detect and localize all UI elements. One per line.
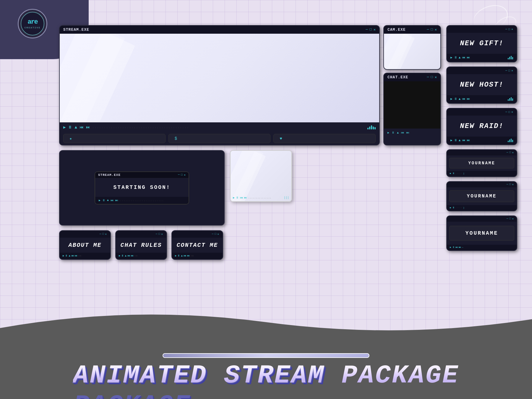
am-play[interactable]: ▶ xyxy=(63,254,64,257)
contact-me-panel[interactable]: ─ □ ✕ CONTACT ME ▶ ⏸ ▲ ⏮ ⏭ ||| xyxy=(171,230,223,260)
cm-pause[interactable]: ⏸ xyxy=(177,254,180,257)
np2-maximize[interactable]: □ xyxy=(509,183,511,186)
ng-next[interactable]: ⏭ xyxy=(467,56,470,59)
chat-minimize[interactable]: ─ xyxy=(427,75,429,80)
nr-minimize[interactable]: ─ xyxy=(505,111,507,114)
np3-prev[interactable]: ⏮ xyxy=(455,246,458,249)
cr-close[interactable]: ✕ xyxy=(161,233,163,236)
nr-maximize[interactable]: □ xyxy=(508,111,510,114)
dollar-button[interactable]: $ xyxy=(168,134,271,143)
cm-up[interactable]: ▲ xyxy=(181,254,182,257)
np2-pause[interactable]: ⏸ xyxy=(452,206,455,209)
np3-minimize[interactable]: ─ xyxy=(507,217,508,220)
np3-play[interactable]: ▶ xyxy=(450,246,451,249)
chat-rules-panel[interactable]: ─ □ ✕ CHAT RULES ▶ ⏸ ▲ ⏮ ⏭ ||| xyxy=(115,230,167,260)
am-maximize[interactable]: □ xyxy=(102,233,104,236)
cm-prev[interactable]: ⏮ xyxy=(184,254,186,257)
chat-close[interactable]: ✕ xyxy=(435,75,437,80)
cr-pause[interactable]: ⏸ xyxy=(121,254,124,257)
close-btn[interactable]: ✕ xyxy=(374,27,376,32)
ng-prev[interactable]: ⏮ xyxy=(462,56,465,59)
chat-prev[interactable]: ⏮ xyxy=(401,131,404,134)
nr-next[interactable]: ⏭ xyxy=(467,138,470,142)
about-me-panel[interactable]: ─ □ ✕ ABOUT ME ▶ ⏸ ▲ ⏮ ⏭ ||| xyxy=(59,230,111,260)
cr-next[interactable]: ⏭ xyxy=(131,254,134,257)
np2-play[interactable]: ▶ xyxy=(450,206,451,209)
star-button[interactable]: ★ xyxy=(63,134,166,143)
ss-next[interactable]: ⏭ xyxy=(115,199,118,202)
cam-maximize[interactable]: □ xyxy=(431,27,433,32)
am-pause[interactable]: ⏸ xyxy=(65,254,68,257)
chat-maximize[interactable]: □ xyxy=(431,75,433,80)
np1-maximize[interactable]: □ xyxy=(509,151,511,154)
am-next[interactable]: ⏭ xyxy=(75,254,77,257)
cam-ov-play[interactable]: ▶ xyxy=(233,196,235,200)
pause-icon[interactable]: ⏸ xyxy=(68,125,72,130)
ng-close[interactable]: ✕ xyxy=(511,27,513,31)
up-icon[interactable]: ▲ xyxy=(74,125,77,130)
chat-pause[interactable]: ⏸ xyxy=(392,131,395,134)
nr-close[interactable]: ✕ xyxy=(511,110,513,114)
prev-icon[interactable]: ⏮ xyxy=(80,125,84,130)
nh-close[interactable]: ✕ xyxy=(511,69,513,72)
nr-pause[interactable]: ⏸ xyxy=(454,138,457,142)
np2-minimize[interactable]: ─ xyxy=(507,183,508,186)
am-up[interactable]: ▲ xyxy=(69,254,70,257)
ss-prev[interactable]: ⏮ xyxy=(111,199,113,202)
ng-minimize[interactable]: ─ xyxy=(505,28,507,31)
cm-close[interactable]: ✕ xyxy=(218,233,219,236)
cm-play[interactable]: ▶ xyxy=(175,254,176,257)
np3-next[interactable]: ⏭ xyxy=(459,246,461,249)
np1-pause[interactable]: ⏸ xyxy=(452,172,455,175)
cr-prev[interactable]: ⏮ xyxy=(127,254,130,257)
nh-up[interactable]: ▲ xyxy=(459,97,461,101)
np1-close[interactable]: ✕ xyxy=(512,151,514,154)
np3-close[interactable]: ✕ xyxy=(512,217,514,220)
heart-button[interactable]: ♥ xyxy=(273,134,376,143)
nh-maximize[interactable]: □ xyxy=(508,69,510,72)
nh-next[interactable]: ⏭ xyxy=(467,97,470,101)
ss-play[interactable]: ▶ xyxy=(99,199,100,202)
ss-pause[interactable]: ⏸ xyxy=(102,199,105,202)
ss-close[interactable]: ✕ xyxy=(184,173,186,177)
am-prev[interactable]: ⏮ xyxy=(71,254,74,257)
nh-minimize[interactable]: ─ xyxy=(505,69,507,72)
chat-play[interactable]: ▶ xyxy=(387,131,389,134)
nr-up[interactable]: ▲ xyxy=(459,139,461,142)
nr-prev[interactable]: ⏮ xyxy=(462,138,465,142)
cam-ov-pause[interactable]: ⏸ xyxy=(236,196,239,200)
ng-play[interactable]: ▶ xyxy=(450,56,452,59)
maximize-btn[interactable]: □ xyxy=(370,27,372,32)
am-close[interactable]: ✕ xyxy=(105,233,107,236)
cam-close[interactable]: ✕ xyxy=(435,27,437,32)
np2-close[interactable]: ✕ xyxy=(512,183,514,186)
ss-up[interactable]: ▲ xyxy=(107,199,109,202)
ng-pause[interactable]: ⏸ xyxy=(454,56,457,59)
nh-prev[interactable]: ⏮ xyxy=(462,97,465,101)
chat-next[interactable]: ⏭ xyxy=(406,131,409,134)
cr-maximize[interactable]: □ xyxy=(158,233,160,236)
cam-ov-next[interactable]: ⏭ xyxy=(244,196,247,200)
cm-maximize[interactable]: □ xyxy=(215,233,216,236)
ss-maximize[interactable]: □ xyxy=(181,173,183,177)
np3-pause[interactable]: ⏸ xyxy=(452,246,455,249)
cm-next[interactable]: ⏭ xyxy=(187,254,190,257)
ng-maximize[interactable]: □ xyxy=(508,28,510,31)
next-icon[interactable]: ⏭ xyxy=(86,125,90,130)
cam-ov-prev[interactable]: ⏮ xyxy=(240,196,243,200)
nh-pause[interactable]: ⏸ xyxy=(454,97,457,101)
nr-play[interactable]: ▶ xyxy=(450,138,452,142)
cam-minimize[interactable]: ─ xyxy=(427,27,429,32)
minimize-btn[interactable]: ─ xyxy=(366,27,368,32)
ss-minimize[interactable]: ─ xyxy=(178,173,180,177)
chat-up[interactable]: ▲ xyxy=(397,131,399,134)
np1-minimize[interactable]: ─ xyxy=(507,151,508,154)
cm-minimize[interactable]: ─ xyxy=(212,233,213,236)
cr-play[interactable]: ▶ xyxy=(119,254,120,257)
cr-up[interactable]: ▲ xyxy=(125,254,126,257)
np1-play[interactable]: ▶ xyxy=(450,172,451,175)
cr-minimize[interactable]: ─ xyxy=(156,233,157,236)
am-minimize[interactable]: ─ xyxy=(100,233,101,236)
np3-maximize[interactable]: □ xyxy=(509,217,511,220)
ng-up[interactable]: ▲ xyxy=(459,56,461,59)
